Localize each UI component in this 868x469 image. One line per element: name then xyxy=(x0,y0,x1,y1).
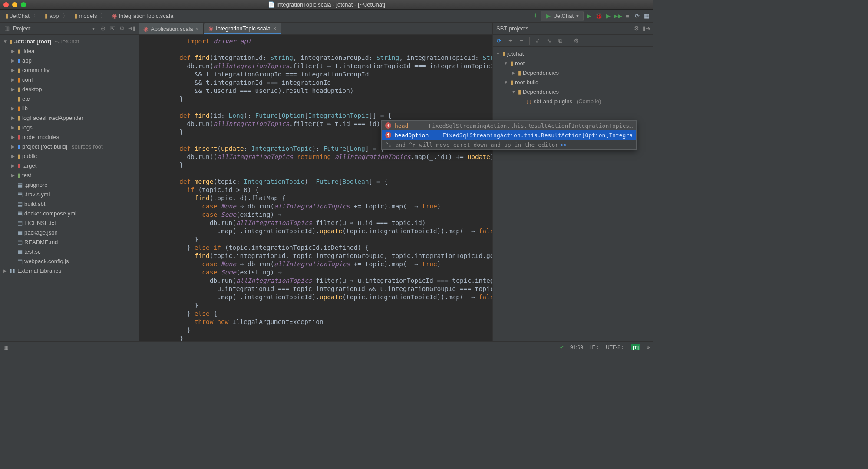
completion-hint-link[interactable]: >> xyxy=(560,142,567,148)
tree-item[interactable]: ▶▮logFacesFixedAppender xyxy=(0,113,139,122)
tree-item[interactable]: ▶▮test xyxy=(0,170,139,180)
collapse-icon[interactable]: ⇱ xyxy=(109,25,116,32)
tree-arrow-icon[interactable]: ▶ xyxy=(10,125,16,130)
tree-item[interactable]: ▶▮node_modules xyxy=(0,132,139,142)
tree-item[interactable]: ▤LICENSE.txt xyxy=(0,218,139,228)
code-line[interactable]: && t.integrationId === integrationId xyxy=(139,79,492,87)
breadcrumb-item[interactable]: ▮JetChat〉 xyxy=(3,11,41,21)
remove-icon[interactable]: − xyxy=(518,37,525,44)
code-line[interactable]: db.run(allIntegrationTopics.filter(u ⇒ u… xyxy=(139,219,492,227)
sbt-tree-item[interactable]: ▼▮Dependencies xyxy=(493,87,653,96)
tree-arrow-icon[interactable]: ▶ xyxy=(10,58,16,63)
download-icon[interactable]: ⬇ xyxy=(531,12,539,20)
editor-tab[interactable]: ◉ IntegrationTopic.scala × xyxy=(204,23,281,34)
code-line[interactable]: def find(integrationId: String, integrat… xyxy=(139,54,492,62)
project-view-icon[interactable]: ▥ xyxy=(3,25,10,32)
tree-item[interactable]: ▶▮community xyxy=(0,65,139,75)
editor-tab[interactable]: ◉ Application.scala × xyxy=(139,23,204,34)
tree-item[interactable]: ▶▮logs xyxy=(0,122,139,132)
code-line[interactable]: } xyxy=(139,95,492,103)
code-line[interactable]: db.run(allIntegrationTopics.filter(t ⇒ t… xyxy=(139,62,492,70)
code-line[interactable]: case None ⇒ db.run(allIntegrationTopics … xyxy=(139,260,492,268)
code-line[interactable]: } xyxy=(139,334,492,341)
tree-item[interactable]: ▶▮project [root-build]sources root xyxy=(0,142,139,151)
code-line[interactable]: } xyxy=(139,161,492,169)
locate-icon[interactable]: ⊕ xyxy=(99,25,106,32)
code-line[interactable]: import driver.api._ xyxy=(139,37,492,46)
tree-arrow-icon[interactable]: ▶ xyxy=(10,144,16,149)
tree-item[interactable]: ▶▮conf xyxy=(0,75,139,84)
code-line[interactable] xyxy=(139,169,492,178)
run-tests-button[interactable]: ▶▶ xyxy=(614,12,622,20)
code-line[interactable]: u.integrationId === topic.integrationId … xyxy=(139,285,492,293)
close-window-button[interactable] xyxy=(3,2,9,7)
sbt-tree-item[interactable]: ⫿⫿sbt-and-plugins(Compile) xyxy=(493,96,653,106)
tree-item[interactable]: ▶▮public xyxy=(0,151,139,161)
sbt-tree-item[interactable]: ▼▮root-build xyxy=(493,77,653,87)
tree-root[interactable]: ▼ ▮ JetChat [root] ~/JetChat xyxy=(0,36,139,46)
project-tree[interactable]: ▼ ▮ JetChat [root] ~/JetChat ▶▮.idea▶▮ap… xyxy=(0,35,139,341)
code-line[interactable] xyxy=(139,103,492,112)
tree-item[interactable]: ▤build.sbt xyxy=(0,199,139,208)
coverage-button[interactable]: ▶ xyxy=(604,12,612,20)
tree-item[interactable]: ▶▮app xyxy=(0,56,139,65)
code-line[interactable]: .map(_.integrationTopicId).update(topic.… xyxy=(139,227,492,235)
collapse-all-icon[interactable]: ⤡ xyxy=(545,37,552,44)
tree-item[interactable]: ▤test.sc xyxy=(0,247,139,256)
code-line[interactable]: .map(_.integrationTopicId).update(topic.… xyxy=(139,293,492,301)
tree-arrow-icon[interactable]: ▼ xyxy=(503,61,508,66)
code-line[interactable]: find(topic.id).flatMap { xyxy=(139,194,492,202)
tree-item[interactable]: ▮etc xyxy=(0,94,139,103)
tree-arrow-icon[interactable]: ▶ xyxy=(10,87,16,92)
tree-item[interactable]: ▤docker-compose.yml xyxy=(0,208,139,218)
readonly-toggle[interactable]: [T] xyxy=(631,344,640,350)
file-encoding[interactable]: UTF-8≑ xyxy=(606,344,625,350)
tree-arrow-icon[interactable]: ▼ xyxy=(495,51,501,56)
tree-item[interactable]: ▤webpack.config.js xyxy=(0,256,139,266)
tree-arrow-icon[interactable]: ▶ xyxy=(10,135,16,139)
code-line[interactable]: def find(id: Long): Future[Option[Integr… xyxy=(139,112,492,120)
vcs-status-icon[interactable]: ✔ xyxy=(560,344,564,350)
tree-item[interactable]: ▤README.md xyxy=(0,237,139,247)
code-line[interactable]: db.run((allIntegrationTopics returning a… xyxy=(139,153,492,161)
add-icon[interactable]: + xyxy=(507,37,514,44)
code-line[interactable]: throw new IllegalArgumentException xyxy=(139,318,492,326)
tree-arrow-icon[interactable]: ▼ xyxy=(511,89,516,94)
zoom-window-button[interactable] xyxy=(21,2,26,7)
sbt-tree-item[interactable]: ▼▮jetchat xyxy=(493,49,653,58)
code-line[interactable]: } else if (topic.integrationTopicId.isDe… xyxy=(139,244,492,252)
code-completion-popup[interactable]: f head FixedSqlStreamingAction.this.Resu… xyxy=(381,120,637,150)
code-line[interactable]: && t.integrationGroupId === integrationG… xyxy=(139,70,492,79)
code-line[interactable]: if (topic.id > 0) { xyxy=(139,186,492,194)
completion-item[interactable]: f head FixedSqlStreamingAction.this.Resu… xyxy=(382,121,636,130)
tree-arrow-icon[interactable]: ▶ xyxy=(10,106,16,111)
minimize-window-button[interactable] xyxy=(12,2,17,7)
code-line[interactable]: } xyxy=(139,235,492,244)
tree-item[interactable]: ▤package.json xyxy=(0,228,139,237)
code-line[interactable]: case Some(existing) ⇒ xyxy=(139,268,492,277)
tree-arrow-icon[interactable]: ▶ xyxy=(10,68,16,73)
tree-arrow-icon[interactable]: ▶ xyxy=(10,49,16,53)
breadcrumb-item[interactable]: ◉IntegrationTopic.scala xyxy=(109,12,176,20)
tree-item[interactable]: ▶▮lib xyxy=(0,103,139,113)
sbt-tree-item[interactable]: ▼▮root xyxy=(493,58,653,68)
hide-icon[interactable]: ▮➔ xyxy=(643,25,650,32)
tree-arrow-icon[interactable]: ▶ xyxy=(3,268,8,273)
tree-arrow-icon[interactable]: ▶ xyxy=(10,77,16,82)
tree-arrow-icon[interactable]: ▶ xyxy=(10,154,16,159)
caret-position[interactable]: 91:69 xyxy=(570,344,583,350)
run-button[interactable]: ▶ xyxy=(585,12,593,20)
code-line[interactable]: && t.userId === userId).result.headOptio… xyxy=(139,87,492,95)
show-tool-windows-icon[interactable]: ▥ xyxy=(3,344,8,350)
stop-button[interactable]: ■ xyxy=(624,12,631,20)
tree-arrow-icon[interactable]: ▶ xyxy=(511,70,516,75)
code-editor[interactable]: import driver.api._ def find(integration… xyxy=(139,35,492,341)
code-line[interactable]: case Some(existing) ⇒ xyxy=(139,211,492,219)
code-line[interactable]: db.run(allIntegrationTopics.filter(u ⇒ u… xyxy=(139,277,492,285)
debug-button[interactable]: 🐞 xyxy=(595,12,603,20)
refresh-icon[interactable]: ⟳ xyxy=(495,37,502,44)
hide-icon[interactable]: ➔▮ xyxy=(128,25,135,32)
chevron-down-icon[interactable]: ▾ xyxy=(90,26,97,31)
run-config-combo[interactable]: ▶ JetChat ▼ xyxy=(541,11,584,21)
tree-arrow-icon[interactable]: ▶ xyxy=(10,116,16,120)
